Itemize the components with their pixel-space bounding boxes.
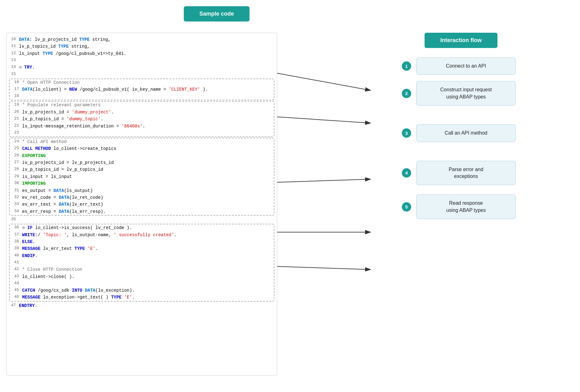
flow-badge-1: 1	[402, 61, 411, 71]
flow-item-3: Call an API method	[416, 124, 516, 142]
code-line-16: 16 * Open HTTP Connection	[10, 79, 274, 86]
code-line-26: 26 EXPORTING	[10, 152, 274, 159]
connector-svg	[277, 33, 402, 375]
sample-code-button[interactable]: Sample code	[184, 6, 250, 22]
flow-item-2: Construct input requestusing ABAP types	[416, 81, 516, 106]
flow-items: 1 Connect to an API 2 Construct input re…	[402, 57, 520, 219]
flow-panel: Interaction flow 1 Connect to an API 2 C…	[402, 33, 520, 219]
code-line-40: 40 ENDIF.	[10, 252, 274, 259]
code-line-37: 37 WRITE:/ 'Topic: ', ls_output-name, ' …	[10, 232, 274, 238]
flow-badge-5: 5	[402, 202, 411, 212]
code-line-34: 34 es_err_resp = DATA(ls_err_resp).	[10, 208, 274, 215]
code-line-45: 45 CATCH /goog/cx_sdk INTO DATA(lo_excep…	[10, 287, 274, 294]
code-line-21: 21 lv_p_topics_id = 'dummy_topic'.	[10, 116, 274, 122]
flow-badge-4: 4	[402, 168, 411, 178]
code-line-15: 15	[7, 71, 277, 78]
flow-badge-3: 3	[402, 128, 411, 138]
code-line-31: 31 es_output = DATA(ls_output)	[10, 187, 274, 194]
code-panel: 10 DATA: lv_p_projects_id TYPE string, 1…	[6, 33, 277, 375]
flow-row-1: 1 Connect to an API	[402, 57, 520, 75]
code-line-33: 33 ev_err_text = DATA(lv_err_text)	[10, 201, 274, 208]
code-line-44: 44	[10, 280, 274, 287]
code-line-17: 17 DATA(lo_client) = NEW /goog/cl_pubsub…	[10, 86, 274, 93]
code-line-19: 19 * Populate relevant parameters	[10, 102, 274, 108]
flow-item-4: Parse error andexceptions	[416, 161, 516, 185]
flow-item-5: Read responseusing ABAP types	[416, 194, 516, 219]
svg-line-4	[277, 266, 371, 270]
flow-row-3: 3 Call an API method	[402, 124, 520, 142]
code-group-response: 36 ⊖ IF lo_client->is_success( lv_ret_co…	[9, 224, 274, 302]
code-line-29: 29 is_input = ls_input	[10, 173, 274, 180]
code-line-28: 28 iv_p_topics_id = lv_p_topics_id	[10, 166, 274, 173]
code-line-30: 30 IMPORTING	[10, 180, 274, 187]
code-line-32: 32 ev_ret_code = DATA(lv_ret_code)	[10, 194, 274, 201]
code-line-10: 10 DATA: lv_p_projects_id TYPE string,	[7, 36, 277, 43]
code-group-call: 24 * Call API method 25 CALL METHOD lo_c…	[9, 138, 274, 216]
code-line-23: 23	[10, 130, 274, 136]
code-line-46: 46 MESSAGE lo_exception->get_text( ) TYP…	[10, 294, 274, 301]
svg-line-1	[277, 117, 371, 123]
connector-area	[277, 33, 402, 375]
code-line-12: 12 ls_input TYPE /goog/cl_pubsub_v1=>ty_…	[7, 50, 277, 57]
code-line-24: 24 * Call API method	[10, 138, 274, 145]
flow-row-5: 5 Read responseusing ABAP types	[402, 194, 520, 219]
flow-item-1: Connect to an API	[416, 57, 516, 75]
svg-line-2	[277, 179, 371, 182]
code-line-27: 27 iv_p_projects_id = lv_p_projects_id	[10, 159, 274, 166]
code-line-47: 47 ENDTRY.	[7, 302, 277, 309]
code-line-18: 18	[10, 93, 274, 100]
code-line-13: 13	[7, 57, 277, 64]
code-line-43: 43 lo_client->close( ).	[10, 273, 274, 280]
code-line-11: 11 lv_p_topics_id TYPE string,	[7, 43, 277, 50]
svg-line-0	[277, 73, 371, 90]
code-line-42: 42 * Close HTTP Connection	[10, 266, 274, 273]
code-line-20: 20 lv_p_projects_id = 'dummy_project'.	[10, 109, 274, 116]
flow-row-2: 2 Construct input requestusing ABAP type…	[402, 81, 520, 106]
code-line-41: 41	[10, 259, 274, 266]
page-container: Sample code 10 DATA: lv_p_projects_id TY…	[0, 0, 580, 392]
code-line-35: 35	[7, 216, 277, 223]
code-group-populate: 19 * Populate relevant parameters 20 lv_…	[9, 101, 274, 137]
flow-badge-2: 2	[402, 89, 411, 98]
code-line-22: 22 ls_input-message_retention_duration =…	[10, 123, 274, 130]
code-line-39: 39 MESSAGE lv_err_text TYPE 'E'.	[10, 245, 274, 252]
code-group-connect: 16 * Open HTTP Connection 17 DATA(lo_cli…	[9, 79, 274, 101]
code-line-36: 36 ⊖ IF lo_client->is_success( lv_ret_co…	[10, 224, 274, 231]
code-line-25: 25 CALL METHOD lo_client->create_topics	[10, 145, 274, 152]
flow-row-4: 4 Parse error andexceptions	[402, 161, 520, 185]
interaction-flow-button[interactable]: Interaction flow	[425, 33, 497, 48]
code-line-14: 14 ⊖ TRY.	[7, 64, 277, 71]
code-line-38: 38 ELSE.	[10, 238, 274, 245]
